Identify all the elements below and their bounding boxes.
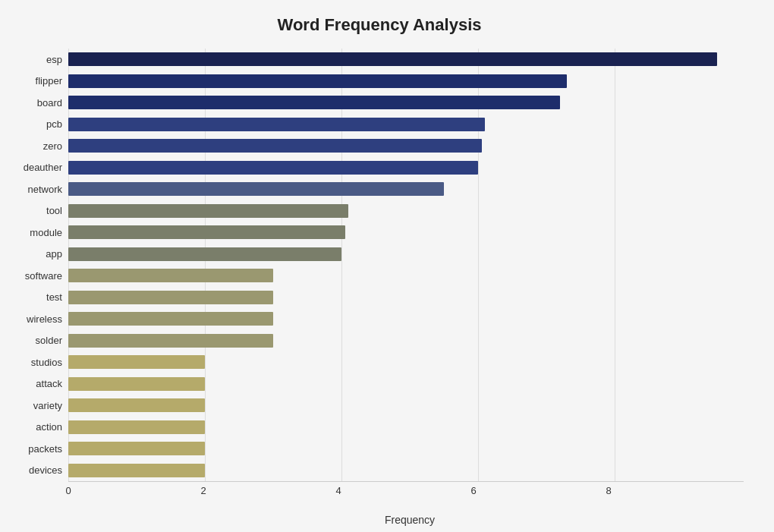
bar-pcb [68, 118, 485, 131]
x-axis-label: Frequency [68, 514, 751, 526]
y-label-action: action [36, 422, 62, 432]
y-label-wireless: wireless [27, 314, 62, 324]
bar-row-devices [68, 462, 751, 479]
bar-packets [68, 442, 205, 455]
bar-tool [68, 204, 348, 218]
bar-deauther [68, 161, 478, 175]
y-label-solder: solder [36, 335, 62, 345]
bar-row-variety [68, 397, 751, 414]
x-tick-6: 6 [470, 485, 476, 496]
bar-row-studios [68, 354, 751, 370]
chart-title: Word Frequency Analysis [8, 15, 751, 35]
bar-row-software [68, 267, 751, 284]
bar-row-pcb [68, 116, 751, 133]
x-tick-4: 4 [335, 485, 341, 496]
bar-action [68, 420, 205, 434]
bar-row-network [68, 181, 751, 197]
bar-row-deauther [68, 159, 751, 176]
bar-row-packets [68, 440, 751, 457]
bar-variety [68, 398, 205, 412]
chart-container: Word Frequency Analysis espflipperboardp… [0, 0, 774, 532]
bar-test [68, 291, 273, 304]
x-tick-0: 0 [65, 485, 71, 496]
bar-studios [68, 355, 205, 369]
bar-attack [68, 377, 205, 391]
x-tick-8: 8 [606, 485, 611, 496]
y-label-devices: devices [29, 465, 62, 475]
bar-row-board [68, 94, 751, 111]
bar-row-test [68, 289, 751, 306]
bar-module [68, 225, 345, 239]
y-label-flipper: flipper [36, 76, 62, 86]
bar-row-action [68, 419, 751, 436]
bar-software [68, 269, 273, 282]
bar-zero [68, 139, 482, 153]
bar-row-app [68, 246, 751, 263]
bar-row-tool [68, 203, 751, 219]
y-label-board: board [37, 98, 62, 108]
bar-row-zero [68, 137, 751, 154]
bar-row-module [68, 224, 751, 241]
bar-esp [68, 52, 717, 66]
bar-network [68, 182, 444, 196]
bars-area [68, 49, 751, 481]
x-ticks: 02468 [68, 482, 744, 500]
bar-row-solder [68, 332, 751, 349]
bar-board [68, 96, 560, 109]
bar-row-esp [68, 51, 751, 68]
bar-wireless [68, 312, 273, 326]
y-label-attack: attack [36, 379, 62, 389]
y-label-app: app [46, 249, 62, 259]
y-label-deauther: deauther [24, 162, 62, 172]
bar-app [68, 247, 341, 261]
y-label-pcb: pcb [46, 119, 62, 129]
y-label-network: network [27, 184, 62, 194]
y-label-packets: packets [28, 444, 62, 454]
bar-row-attack [68, 376, 751, 392]
y-label-software: software [25, 271, 62, 281]
bar-devices [68, 464, 205, 477]
x-tick-2: 2 [200, 485, 206, 496]
y-label-esp: esp [46, 55, 62, 65]
y-label-variety: variety [33, 401, 62, 411]
y-axis-labels: espflipperboardpcbzerodeauthernetworktoo… [8, 49, 68, 481]
y-label-tool: tool [46, 206, 62, 216]
bar-row-wireless [68, 310, 751, 327]
y-label-module: module [30, 228, 62, 238]
bar-flipper [68, 74, 567, 88]
y-label-test: test [46, 292, 62, 302]
bar-solder [68, 334, 273, 348]
bar-row-flipper [68, 73, 751, 90]
y-label-zero: zero [43, 141, 62, 151]
y-label-studios: studios [31, 357, 62, 367]
